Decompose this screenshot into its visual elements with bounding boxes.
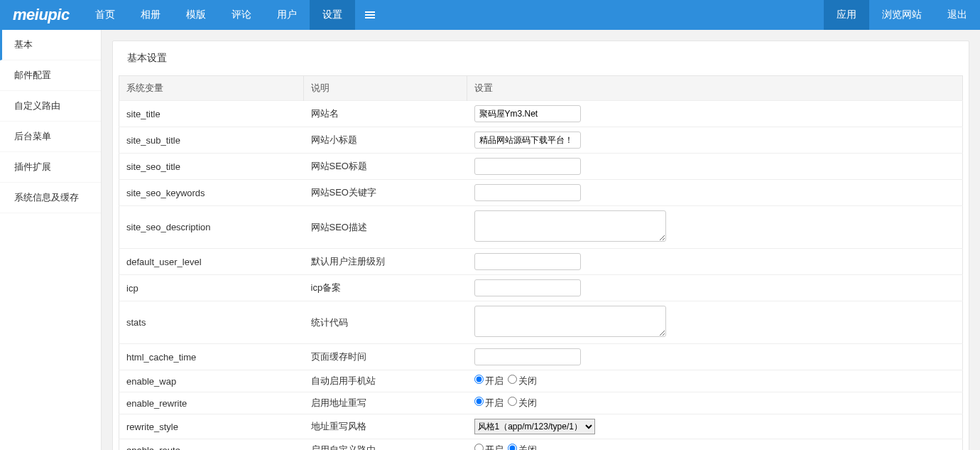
sidebar: 基本邮件配置自定义路由后台菜单插件扩展系统信息及缓存 (0, 30, 102, 450)
topnav-item-模版[interactable]: 模版 (173, 0, 219, 30)
sidebar-item-插件扩展[interactable]: 插件扩展 (0, 152, 101, 183)
settings-table: 系统变量 说明 设置 site_title网站名site_sub_title网站… (119, 75, 963, 450)
select-rewrite_style[interactable]: 风格1（app/m/123/type/1） (474, 419, 595, 434)
cell-desc: 地址重写风格 (304, 414, 467, 439)
cell-desc: 页面缓存时间 (304, 344, 467, 370)
cell-setting (467, 249, 963, 275)
cell-var: enable_route (119, 439, 304, 451)
topnav-item-用户[interactable]: 用户 (264, 0, 310, 30)
topnav-item-首页[interactable]: 首页 (82, 0, 128, 30)
cell-setting (467, 180, 963, 206)
cell-var: site_sub_title (119, 127, 304, 154)
radio-enable_rewrite-off[interactable] (508, 397, 517, 406)
cell-desc: 网站小标题 (304, 127, 467, 154)
table-row: default_user_level默认用户注册级别 (119, 249, 963, 275)
topnav-item-设置[interactable]: 设置 (310, 0, 355, 30)
cell-var: site_title (119, 101, 304, 127)
cell-desc: 启用地址重写 (304, 392, 467, 414)
cell-var: site_seo_description (119, 206, 304, 249)
cell-var: rewrite_style (119, 414, 304, 439)
cell-setting: 开启关闭 (467, 439, 963, 451)
radio-enable_route-off[interactable] (508, 444, 517, 450)
sidebar-item-基本[interactable]: 基本 (0, 30, 101, 60)
radio-enable_wap-off[interactable] (508, 375, 517, 384)
menu-toggle[interactable] (355, 0, 385, 30)
radio-enable_wap-on[interactable] (474, 375, 484, 384)
table-row: enable_rewrite启用地址重写开启关闭 (119, 392, 963, 414)
radio-enable_rewrite-on[interactable] (474, 397, 484, 406)
sidebar-item-邮件配置[interactable]: 邮件配置 (0, 60, 101, 91)
textarea-site_seo_description[interactable] (474, 210, 666, 242)
topnav-right-退出[interactable]: 退出 (935, 0, 980, 30)
input-icp[interactable] (474, 279, 581, 296)
radio-label-on[interactable]: 开启 (474, 397, 503, 408)
table-row: site_title网站名 (119, 101, 963, 127)
radio-label-off[interactable]: 关闭 (508, 444, 537, 450)
cell-setting (467, 344, 963, 370)
topnav-right-浏览网站[interactable]: 浏览网站 (869, 0, 935, 30)
cell-desc: 统计代码 (304, 301, 467, 344)
table-row: site_seo_title网站SEO标题 (119, 154, 963, 180)
topnav-right: 应用浏览网站退出 (824, 0, 980, 30)
input-site_seo_keywords[interactable] (474, 184, 581, 201)
th-setting: 设置 (467, 76, 963, 101)
table-row: icpicp备案 (119, 275, 963, 301)
table-row: enable_wap自动启用手机站开启关闭 (119, 370, 963, 392)
logo: meiupic (0, 0, 82, 30)
main: 基本设置 系统变量 说明 设置 site_title网站名site_sub_ti… (102, 30, 980, 450)
cell-var: html_cache_time (119, 344, 304, 370)
radio-label-off[interactable]: 关闭 (508, 375, 537, 386)
th-var: 系统变量 (119, 76, 304, 101)
table-row: site_seo_keywords网站SEO关键字 (119, 180, 963, 206)
sidebar-item-系统信息及缓存[interactable]: 系统信息及缓存 (0, 183, 101, 213)
cell-desc: 默认用户注册级别 (304, 249, 467, 275)
topnav-right-应用[interactable]: 应用 (824, 0, 869, 30)
topnav-item-评论[interactable]: 评论 (219, 0, 264, 30)
cell-setting: 开启关闭 (467, 370, 963, 392)
table-row: site_sub_title网站小标题 (119, 127, 963, 154)
cell-setting (467, 154, 963, 180)
table-row: html_cache_time页面缓存时间 (119, 344, 963, 370)
radio-enable_route-on[interactable] (474, 444, 484, 450)
cell-var: enable_rewrite (119, 392, 304, 414)
cell-var: icp (119, 275, 304, 301)
radio-group-enable_route: 开启关闭 (474, 444, 541, 450)
radio-label-off[interactable]: 关闭 (508, 397, 537, 408)
cell-setting: 开启关闭 (467, 392, 963, 414)
th-desc: 说明 (304, 76, 467, 101)
cell-desc: 网站名 (304, 101, 467, 127)
cell-var: default_user_level (119, 249, 304, 275)
cell-setting (467, 206, 963, 249)
table-row: site_seo_description网站SEO描述 (119, 206, 963, 249)
input-site_title[interactable] (474, 105, 581, 122)
topnav-left: 首页相册模版评论用户设置 (82, 0, 355, 30)
cell-var: enable_wap (119, 370, 304, 392)
table-row: rewrite_style地址重写风格风格1（app/m/123/type/1） (119, 414, 963, 439)
cell-desc: 自动启用手机站 (304, 370, 467, 392)
panel-title: 基本设置 (113, 41, 969, 75)
cell-desc: 网站SEO关键字 (304, 180, 467, 206)
radio-group-enable_rewrite: 开启关闭 (474, 397, 541, 408)
settings-panel: 基本设置 系统变量 说明 设置 site_title网站名site_sub_ti… (112, 41, 969, 450)
sidebar-item-后台菜单[interactable]: 后台菜单 (0, 122, 101, 152)
cell-setting (467, 127, 963, 154)
input-site_seo_title[interactable] (474, 158, 581, 175)
input-default_user_level[interactable] (474, 253, 581, 270)
radio-label-on[interactable]: 开启 (474, 444, 503, 450)
table-row: stats统计代码 (119, 301, 963, 344)
sidebar-item-自定义路由[interactable]: 自定义路由 (0, 91, 101, 122)
cell-var: stats (119, 301, 304, 344)
cell-desc: 启用自定义路由 (304, 439, 467, 451)
cell-var: site_seo_keywords (119, 180, 304, 206)
input-html_cache_time[interactable] (474, 348, 581, 365)
cell-desc: 网站SEO标题 (304, 154, 467, 180)
cell-setting (467, 101, 963, 127)
radio-label-on[interactable]: 开启 (474, 375, 503, 386)
textarea-stats[interactable] (474, 306, 666, 337)
table-row: enable_route启用自定义路由开启关闭 (119, 439, 963, 451)
cell-desc: 网站SEO描述 (304, 206, 467, 249)
topbar: meiupic 首页相册模版评论用户设置 应用浏览网站退出 (0, 0, 980, 30)
topnav-item-相册[interactable]: 相册 (128, 0, 173, 30)
input-site_sub_title[interactable] (474, 132, 581, 149)
hamburger-icon (365, 10, 375, 20)
